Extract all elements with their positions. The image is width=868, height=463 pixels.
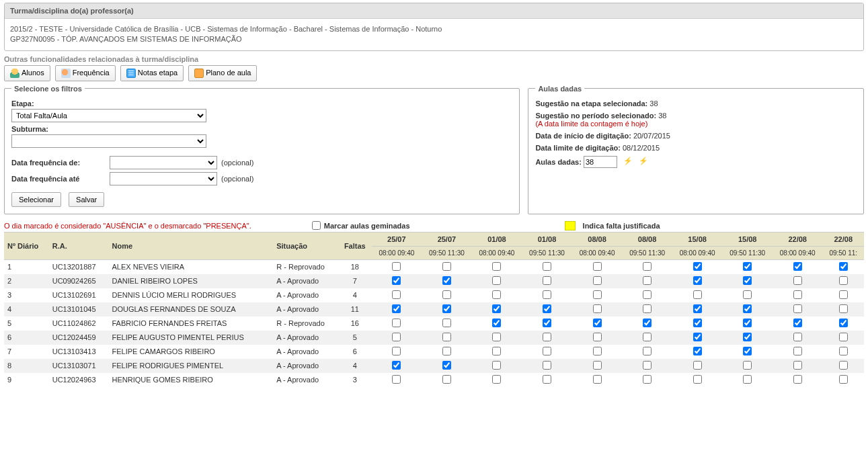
attendance-checkbox[interactable] [839,319,848,327]
attendance-checkbox[interactable] [643,347,652,355]
attendance-checkbox[interactable] [442,276,451,285]
attendance-checkbox[interactable] [743,262,752,271]
attendance-checkbox[interactable] [793,304,802,313]
attendance-checkbox[interactable] [693,361,702,370]
attendance-checkbox[interactable] [839,304,848,313]
attendance-checkbox[interactable] [392,347,401,355]
attendance-checkbox[interactable] [793,319,802,327]
attendance-checkbox[interactable] [839,347,848,355]
attendance-checkbox[interactable] [442,333,451,341]
attendance-checkbox[interactable] [392,361,401,370]
attendance-checkbox[interactable] [392,304,401,313]
attendance-checkbox[interactable] [543,319,551,327]
plano-button[interactable]: Plano de aula [188,65,257,81]
attendance-checkbox[interactable] [793,347,802,355]
attendance-checkbox[interactable] [442,262,451,271]
attendance-checkbox[interactable] [643,319,652,327]
attendance-checkbox[interactable] [839,290,848,299]
attendance-checkbox[interactable] [442,375,451,384]
attendance-checkbox[interactable] [693,347,702,355]
attendance-checkbox[interactable] [593,333,602,341]
attendance-checkbox[interactable] [643,276,652,285]
marcar-geminadas-checkbox[interactable] [312,221,321,230]
attendance-checkbox[interactable] [543,290,551,299]
attendance-checkbox[interactable] [743,361,752,370]
attendance-checkbox[interactable] [392,319,401,327]
attendance-checkbox[interactable] [693,319,702,327]
attendance-checkbox[interactable] [543,276,551,285]
attendance-checkbox[interactable] [543,347,551,355]
attendance-checkbox[interactable] [593,375,602,384]
attendance-checkbox[interactable] [793,333,802,341]
salvar-button[interactable]: Salvar [69,192,104,207]
attendance-checkbox[interactable] [643,304,652,313]
attendance-checkbox[interactable] [793,361,802,370]
attendance-checkbox[interactable] [492,347,501,355]
attendance-checkbox[interactable] [839,361,848,370]
attendance-checkbox[interactable] [743,304,752,313]
attendance-checkbox[interactable] [392,276,401,285]
attendance-checkbox[interactable] [492,276,501,285]
attendance-checkbox[interactable] [392,262,401,271]
attendance-checkbox[interactable] [793,375,802,384]
attendance-checkbox[interactable] [793,262,802,271]
attendance-checkbox[interactable] [593,262,602,271]
subturma-select[interactable] [11,134,206,148]
data-de-select[interactable] [110,156,217,169]
attendance-checkbox[interactable] [643,361,652,370]
attendance-checkbox[interactable] [392,333,401,341]
etapa-select[interactable]: Total Falta/Aula [11,109,206,122]
lightning-orange-icon[interactable]: ⚡ [623,157,633,169]
attendance-checkbox[interactable] [492,290,501,299]
attendance-checkbox[interactable] [442,290,451,299]
attendance-checkbox[interactable] [442,304,451,313]
attendance-checkbox[interactable] [492,304,501,313]
attendance-checkbox[interactable] [492,361,501,370]
attendance-checkbox[interactable] [693,304,702,313]
lightning-blue-icon[interactable]: ⚡ [639,157,648,169]
attendance-checkbox[interactable] [743,290,752,299]
attendance-checkbox[interactable] [492,333,501,341]
attendance-checkbox[interactable] [593,276,602,285]
attendance-checkbox[interactable] [543,333,551,341]
attendance-checkbox[interactable] [442,347,451,355]
attendance-checkbox[interactable] [839,375,848,384]
attendance-checkbox[interactable] [693,276,702,285]
attendance-checkbox[interactable] [543,262,551,271]
attendance-checkbox[interactable] [743,375,752,384]
attendance-checkbox[interactable] [492,262,501,271]
attendance-checkbox[interactable] [643,290,652,299]
attendance-checkbox[interactable] [593,290,602,299]
attendance-checkbox[interactable] [643,262,652,271]
attendance-checkbox[interactable] [442,319,451,327]
attendance-checkbox[interactable] [743,276,752,285]
data-ate-select[interactable] [110,172,217,185]
attendance-checkbox[interactable] [793,290,802,299]
attendance-checkbox[interactable] [743,333,752,341]
selecionar-button[interactable]: Selecionar [11,192,61,207]
attendance-checkbox[interactable] [743,347,752,355]
attendance-checkbox[interactable] [643,333,652,341]
attendance-checkbox[interactable] [392,290,401,299]
attendance-checkbox[interactable] [839,276,848,285]
attendance-checkbox[interactable] [643,375,652,384]
attendance-checkbox[interactable] [543,375,551,384]
attendance-checkbox[interactable] [839,333,848,341]
aulas-dadas-input[interactable] [584,156,617,168]
attendance-checkbox[interactable] [593,347,602,355]
attendance-checkbox[interactable] [492,375,501,384]
attendance-checkbox[interactable] [593,319,602,327]
notas-button[interactable]: Notas etapa [120,65,184,81]
attendance-checkbox[interactable] [693,333,702,341]
frequencia-button[interactable]: Frequência [55,65,116,81]
attendance-checkbox[interactable] [492,319,501,327]
attendance-checkbox[interactable] [593,304,602,313]
attendance-checkbox[interactable] [693,290,702,299]
attendance-checkbox[interactable] [793,276,802,285]
alunos-button[interactable]: Alunos [4,65,50,81]
attendance-checkbox[interactable] [743,319,752,327]
attendance-checkbox[interactable] [543,304,551,313]
attendance-checkbox[interactable] [693,262,702,271]
attendance-checkbox[interactable] [543,361,551,370]
attendance-checkbox[interactable] [839,262,848,271]
